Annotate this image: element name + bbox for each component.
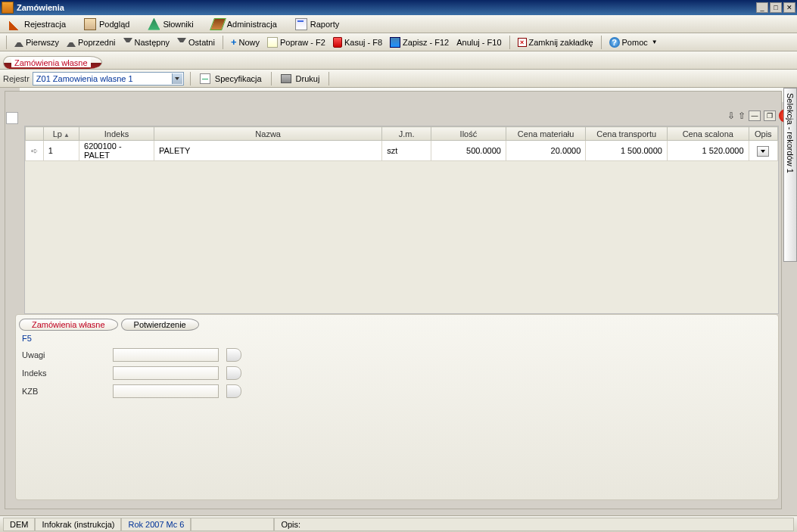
edit-icon (267, 37, 278, 48)
save-icon (390, 37, 400, 48)
menu-podglad[interactable]: Podgląd (79, 17, 134, 32)
spec-icon (200, 73, 210, 84)
uwagi-input[interactable] (113, 348, 219, 362)
title-bar: Zamówienia _ □ ✕ (0, 0, 797, 15)
prev-button[interactable]: Poprzedni (64, 36, 119, 48)
arrow-up-icon[interactable]: ⇧ (738, 110, 746, 121)
cell-cena-mat[interactable]: 20.0000 (506, 141, 585, 161)
status-rok[interactable]: Rok 2007 Mc 6 (121, 518, 191, 531)
btn-label: Zapisz - F12 (403, 38, 449, 47)
pen-icon (9, 18, 21, 30)
menu-label: Podgląd (99, 20, 129, 29)
toolbar: Pierwszy Poprzedni Następny Ostatni +Now… (0, 33, 797, 51)
menu-slowniki[interactable]: Słowniki (143, 17, 198, 32)
arrow-down-icon[interactable]: ⇩ (727, 110, 735, 121)
side-tab-selekcja[interactable]: Selekcja - rekordów 1 (783, 88, 797, 262)
cell-indeks[interactable]: 6200100 - PALET (79, 141, 154, 161)
btn-label: Anuluj - F10 (456, 38, 501, 47)
cancel-button[interactable]: Anuluj - F10 (453, 36, 504, 48)
tab-label: Zamówienia własne (11, 58, 91, 67)
admin-icon (210, 18, 226, 30)
cell-cena-scal[interactable]: 1 520.0000 (667, 141, 749, 161)
col-nazwa[interactable]: Nazwa (154, 127, 382, 141)
delete-button[interactable]: Kasuj - F8 (330, 36, 385, 49)
cell-jm[interactable]: szt (382, 141, 431, 161)
chevron-down-icon: ▼ (652, 39, 658, 45)
app-icon (2, 2, 14, 14)
row-indicator: ➪ (26, 141, 44, 161)
window-title: Zamówienia (17, 3, 755, 12)
menu-raporty[interactable]: Raporty (291, 17, 344, 32)
arrow-last-icon (177, 38, 186, 47)
cell-lp[interactable]: 1 (43, 141, 79, 161)
save-button[interactable]: Zapisz - F12 (387, 36, 452, 49)
tab-zamowienia-wlasne[interactable]: Zamówienia własne (19, 319, 118, 331)
close-x-icon: × (518, 38, 527, 47)
drukuj-button[interactable]: Drukuj (278, 73, 323, 85)
btn-label: Specyfikacja (215, 74, 262, 83)
row-indeks: Indeks (16, 364, 778, 382)
col-cena-mat[interactable]: Cena materiału (506, 127, 585, 141)
edit-button[interactable]: Popraw - F2 (264, 36, 328, 49)
trash-icon (333, 37, 342, 48)
bottom-tabs: Zamówienia własne Potwierdzenie (16, 314, 778, 331)
ellipsis-button[interactable] (226, 348, 241, 362)
row-uwagi: Uwagi (16, 346, 778, 364)
col-marker[interactable] (26, 127, 44, 141)
tab-potwierdzenie[interactable]: Potwierdzenie (121, 319, 199, 331)
panel-restore-button[interactable]: ❐ (764, 110, 776, 121)
cell-opis[interactable] (749, 141, 777, 161)
rejestr-combo[interactable]: Z01 Zamowienia wlasne 1 (33, 72, 184, 86)
first-button[interactable]: Pierwszy (11, 36, 62, 48)
cell-cena-trans[interactable]: 1 500.0000 (586, 141, 668, 161)
btn-label: Następny (135, 38, 170, 47)
indeks-input[interactable] (113, 366, 219, 380)
specyfikacja-button[interactable]: Specyfikacja (197, 72, 265, 86)
grid-row[interactable]: ➪ 1 6200100 - PALET PALETY szt 500.0000 … (26, 141, 778, 161)
btn-label: Pomoc (622, 38, 648, 47)
status-infokrak[interactable]: Infokrak (instrukcja) (35, 518, 121, 531)
main-tab-strip: Zamówienia własne (0, 51, 797, 70)
ellipsis-button[interactable] (226, 366, 241, 380)
panel-minimize-button[interactable]: — (749, 110, 761, 121)
last-button[interactable]: Ostatni (174, 36, 218, 48)
close-button[interactable]: ✕ (783, 2, 795, 13)
col-lp[interactable]: Lp▲ (43, 127, 79, 141)
next-button[interactable]: Następny (120, 36, 173, 48)
cell-nazwa[interactable]: PALETY (154, 141, 382, 161)
f5-label: F5 (16, 331, 778, 346)
bottom-panel: Zamówienia własne Potwierdzenie F5 Uwagi… (15, 314, 779, 500)
col-opis[interactable]: Opis (749, 127, 777, 141)
maximize-button[interactable]: □ (770, 2, 782, 13)
dropdown-button[interactable] (757, 146, 769, 157)
btn-label: Drukuj (296, 74, 320, 83)
data-grid: Lp▲ Indeks Nazwa J.m. Ilość Cena materia… (24, 126, 779, 314)
ellipsis-button[interactable] (226, 384, 241, 398)
col-cena-trans[interactable]: Cena transportu (586, 127, 668, 141)
close-tab-button[interactable]: ×Zamknij zakładkę (515, 36, 596, 48)
arrow-right-icon: ➪ (31, 146, 38, 155)
new-button[interactable]: +Nowy (228, 35, 263, 49)
status-text: Rok 2007 Mc 6 (128, 520, 184, 529)
col-indeks[interactable]: Indeks (79, 127, 154, 141)
btn-label: Kasuj - F8 (344, 38, 382, 47)
help-button[interactable]: ?Pomoc▼ (606, 36, 661, 49)
col-jm[interactable]: J.m. (382, 127, 431, 141)
col-ilosc[interactable]: Ilość (431, 127, 506, 141)
kzb-input[interactable] (113, 384, 219, 398)
sort-asc-icon: ▲ (64, 132, 70, 138)
cell-ilosc[interactable]: 500.0000 (431, 141, 506, 161)
menu-rejestracja[interactable]: Rejestracja (5, 17, 70, 32)
tab-zamowienia-wlasne[interactable]: Zamówienia własne (3, 56, 102, 69)
status-dem[interactable]: DEM (3, 518, 35, 531)
col-cena-scal[interactable]: Cena scalona (667, 127, 749, 141)
minimize-button[interactable]: _ (756, 2, 768, 13)
btn-label: Ostatni (188, 38, 215, 47)
btn-label: Popraw - F2 (280, 38, 325, 47)
btn-label: Zamknij zakładkę (529, 38, 593, 47)
report-icon (295, 18, 307, 30)
menu-administracja[interactable]: Administracja (207, 17, 282, 32)
indeks-label: Indeks (22, 369, 105, 378)
chevron-down-icon[interactable] (172, 73, 182, 84)
uwagi-label: Uwagi (22, 350, 105, 359)
